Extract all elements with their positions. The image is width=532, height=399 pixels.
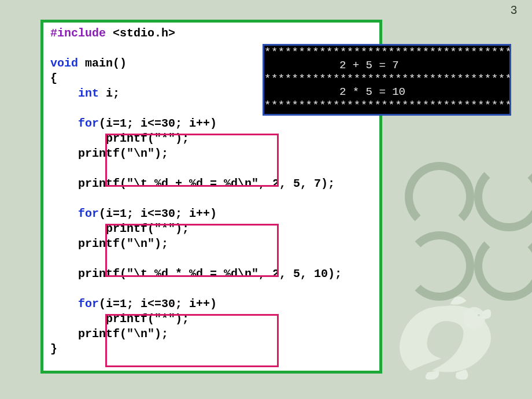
page-number: 3 [511,3,517,17]
keyword-void: void [50,57,78,70]
var-decl: i; [99,87,120,100]
keyword-int: int [78,87,99,100]
for-condition-2: (i=1; i<=30; i++) [99,207,217,220]
preprocessor-directive: #include [50,27,106,40]
console-stars-1: ************************************ [264,46,509,59]
main-signature: main() [78,57,127,70]
printf-star-1: printf("*"); [50,132,189,145]
printf-mul: printf("\t %d * %d = %d\n", 2, 5, 10); [50,267,342,280]
dragon-decoration [387,283,515,382]
printf-star-3: printf("*"); [50,312,189,326]
keyword-for-3: for [78,297,99,311]
console-stars-3: ************************************ [264,99,509,112]
printf-newline-2: printf("\n"); [50,237,168,250]
keyword-for-2: for [78,207,99,220]
background-pattern [382,150,532,393]
console-stars-2: ************************************ [264,72,509,86]
for-condition-3: (i=1; i<=30; i++) [99,297,217,311]
console-line-add: 2 + 5 = 7 [264,59,509,72]
console-line-mul: 2 * 5 = 10 [264,86,509,99]
printf-add: printf("\t %d + %d = %d\n", 2, 5, 7); [50,177,335,190]
include-header: <stdio.h> [106,27,175,40]
indent [50,87,78,100]
svg-point-1 [477,313,481,317]
printf-star-2: printf("*"); [50,222,189,235]
brace-open: { [50,72,57,85]
for-condition-1: (i=1; i<=30; i++) [99,117,217,130]
console-output-panel: ************************************ 2 +… [263,44,511,116]
keyword-for: for [78,117,99,130]
brace-close: } [50,342,57,356]
printf-newline-3: printf("\n"); [50,327,168,341]
svg-point-0 [464,308,485,328]
printf-newline-1: printf("\n"); [50,147,168,160]
